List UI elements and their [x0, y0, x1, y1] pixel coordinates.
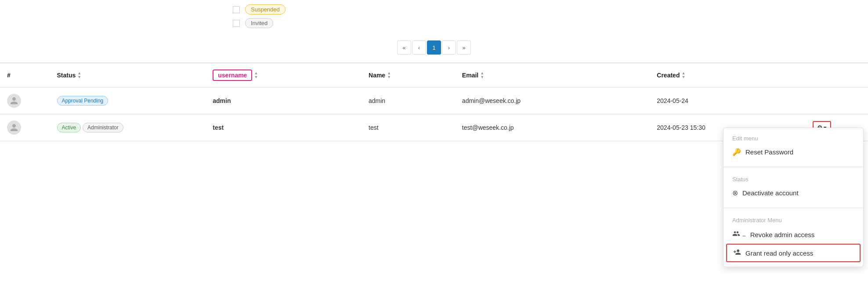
- row1-status-badge: Approval Pending: [57, 96, 108, 106]
- key-icon: 🔑: [732, 148, 741, 156]
- deactivate-icon: ⊗: [732, 189, 738, 197]
- row2-username: test: [206, 114, 362, 141]
- revoke-admin-icon: −: [732, 230, 746, 239]
- deactivate-label: Deactivate account: [742, 189, 799, 197]
- dropdown-section-status: Status ⊗ Deactivate account: [723, 169, 863, 206]
- row2-hash: [0, 114, 50, 141]
- filter-area: Suspended Invited: [0, 0, 868, 33]
- dropdown-editmenu-label: Edit menu: [723, 132, 863, 143]
- row2-status-badge-active: Active: [57, 123, 81, 132]
- dropdown-item-grant-readonly[interactable]: Grant read only access: [726, 244, 861, 262]
- row1-email: admin@weseek.co.jp: [455, 88, 650, 114]
- name-sort-icon: ▲▼: [387, 71, 391, 79]
- row2-name: test: [362, 114, 455, 141]
- dropdown-admin-label: Administrator Menu: [723, 214, 863, 225]
- status-sort-icon: ▲▼: [77, 71, 81, 79]
- row1-username-value: admin: [213, 97, 231, 104]
- col-header-name[interactable]: Name ▲▼: [362, 63, 455, 88]
- row2-status: Active Administrator: [50, 114, 206, 141]
- created-sort-icon: ▲▼: [681, 71, 685, 79]
- col-created-label: Created: [657, 72, 680, 79]
- col-header-hash: #: [0, 63, 50, 88]
- pagination-area: « ‹ 1 › »: [0, 33, 868, 63]
- dropdown-divider-2: [723, 208, 863, 208]
- pagination: « ‹ 1 › »: [397, 40, 471, 55]
- row1-hash: [0, 88, 50, 114]
- col-status-label: Status: [57, 72, 76, 79]
- pagination-first[interactable]: «: [397, 40, 411, 55]
- pagination-next[interactable]: ›: [442, 40, 456, 55]
- reset-password-label: Reset Password: [745, 148, 793, 156]
- table-row: Approval Pending admin admin admin@wesee…: [0, 88, 868, 114]
- row2-username-value: test: [213, 124, 224, 131]
- dropdown-section-admin: Administrator Menu − Revoke admin access: [723, 210, 863, 267]
- filter-row-suspended: Suspended: [233, 4, 868, 15]
- table-header-row: # Status ▲▼ username ▲▼: [0, 63, 868, 88]
- grant-readonly-label: Grant read only access: [745, 249, 813, 257]
- dropdown-item-revoke-admin[interactable]: − Revoke admin access: [723, 225, 863, 244]
- revoke-admin-label: Revoke admin access: [750, 231, 815, 238]
- row1-name: admin: [362, 88, 455, 114]
- dropdown-item-deactivate[interactable]: ⊗ Deactivate account: [723, 184, 863, 201]
- email-sort-icon: ▲▼: [480, 71, 484, 79]
- col-header-username[interactable]: username ▲▼: [206, 63, 362, 88]
- invited-checkbox[interactable]: [233, 20, 240, 27]
- dropdown-section-editmenu: Edit menu 🔑 Reset Password: [723, 128, 863, 165]
- row1-username: admin: [206, 88, 362, 114]
- invited-badge: Invited: [245, 18, 273, 28]
- row2-email: test@weseek.co.jp: [455, 114, 650, 141]
- dropdown-item-reset-password[interactable]: 🔑 Reset Password: [723, 143, 863, 161]
- row1-avatar: [7, 94, 21, 108]
- row1-actions: [806, 88, 868, 114]
- table-row: Active Administrator test test test@wese…: [0, 114, 868, 141]
- col-hash-label: #: [7, 72, 11, 79]
- suspended-checkbox[interactable]: [233, 6, 240, 13]
- filter-row-invited: Invited: [233, 18, 868, 28]
- col-header-email[interactable]: Email ▲▼: [455, 63, 650, 88]
- dropdown-divider-1: [723, 167, 863, 167]
- suspended-badge: Suspended: [245, 4, 286, 15]
- row1-created: 2024-05-24: [650, 88, 806, 114]
- username-header-badge: username: [213, 70, 252, 81]
- row1-status: Approval Pending: [50, 88, 206, 114]
- pagination-last[interactable]: »: [457, 40, 471, 55]
- col-header-status[interactable]: Status ▲▼: [50, 63, 206, 88]
- row2-status-badge-admin: Administrator: [83, 123, 123, 132]
- grant-readonly-icon: [733, 248, 741, 258]
- col-header-created[interactable]: Created ▲▼: [650, 63, 806, 88]
- dropdown-status-label: Status: [723, 173, 863, 184]
- col-email-label: Email: [462, 72, 478, 79]
- page-wrapper: Suspended Invited « ‹ 1 › » #: [0, 0, 868, 282]
- row2-actions[interactable]: ⚙ ▾ Edit menu 🔑 Reset Password: [806, 114, 868, 141]
- pagination-current[interactable]: 1: [427, 40, 441, 55]
- pagination-prev[interactable]: ‹: [412, 40, 426, 55]
- username-sort-icon: ▲▼: [254, 71, 258, 79]
- col-header-actions: [806, 63, 868, 88]
- table-container: # Status ▲▼ username ▲▼: [0, 63, 868, 141]
- dropdown-menu: Edit menu 🔑 Reset Password Status: [723, 128, 864, 267]
- users-table: # Status ▲▼ username ▲▼: [0, 63, 868, 141]
- row2-avatar: [7, 121, 21, 135]
- col-name-label: Name: [369, 72, 385, 79]
